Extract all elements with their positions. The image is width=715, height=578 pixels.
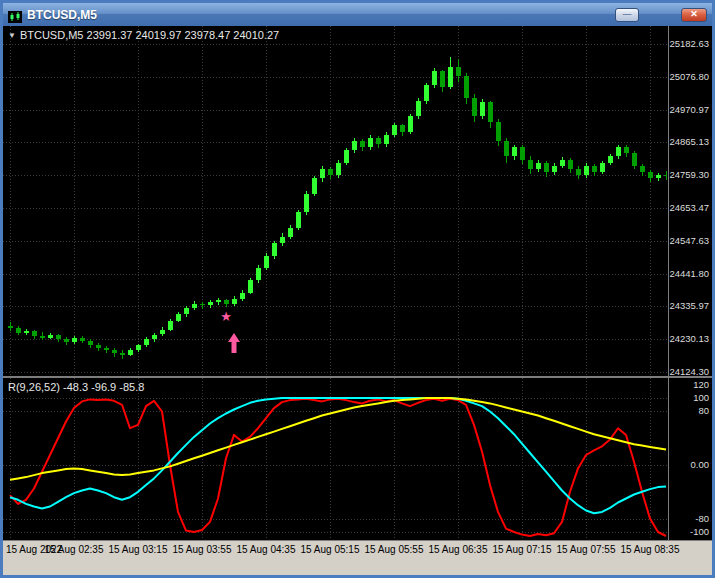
close-button[interactable]: ✕ bbox=[681, 8, 707, 22]
price-label: 24653.47 bbox=[669, 202, 709, 213]
time-label: 15 Aug 08:35 bbox=[610, 544, 690, 555]
ohlc-info-text: BTCUSD,M5 23991.37 24019.97 23978.47 240… bbox=[20, 29, 279, 41]
price-label: 24865.13 bbox=[669, 136, 709, 147]
indicator-value-label: -100 bbox=[690, 526, 709, 537]
indicator-value-label: 120 bbox=[693, 379, 709, 390]
price-scale[interactable]: 25182.6325076.8024970.9724865.1324759.30… bbox=[668, 26, 712, 376]
price-label: 25076.80 bbox=[669, 71, 709, 82]
indicator-line-r9 bbox=[10, 399, 666, 536]
window-title: BTCUSD,M5 bbox=[27, 8, 97, 22]
candlestick-svg: ★ bbox=[3, 26, 667, 376]
indicator-svg bbox=[3, 378, 667, 540]
main-chart-panel: ★ ▼ BTCUSD,M5 23991.37 24019.97 23978.47… bbox=[3, 26, 712, 376]
price-label: 24547.63 bbox=[669, 235, 709, 246]
indicator-value-label: 100 bbox=[693, 392, 709, 403]
indicator-label: R(9,26,52) -48.3 -96.9 -85.8 bbox=[8, 381, 144, 393]
candlestick-chart[interactable]: ★ ▼ BTCUSD,M5 23991.37 24019.97 23978.47… bbox=[3, 26, 668, 376]
price-label: 24441.80 bbox=[669, 268, 709, 279]
indicator-value-label: 0.00 bbox=[691, 459, 710, 470]
collapse-triangle-icon[interactable]: ▼ bbox=[8, 31, 16, 40]
chart-window-icon bbox=[8, 9, 22, 21]
indicator-scale[interactable]: 120100800.00-80-100 bbox=[668, 378, 712, 540]
indicator-line-r52 bbox=[10, 398, 666, 480]
chart-content: ★ ▼ BTCUSD,M5 23991.37 24019.97 23978.47… bbox=[3, 26, 712, 575]
title-bar[interactable]: BTCUSD,M5 — ✕ bbox=[3, 3, 712, 26]
chart-window: BTCUSD,M5 — ✕ ★ ▼ BTCUSD,M5 23991.37 240… bbox=[0, 0, 715, 578]
indicator-chart[interactable]: R(9,26,52) -48.3 -96.9 -85.8 bbox=[3, 378, 668, 540]
buy-signal-star: ★ bbox=[220, 309, 232, 324]
indicator-value-label: 80 bbox=[698, 405, 709, 416]
price-label: 24335.97 bbox=[669, 300, 709, 311]
price-label: 25182.63 bbox=[669, 38, 709, 49]
buy-signal-arrow bbox=[228, 333, 240, 353]
price-label: 24124.30 bbox=[669, 366, 709, 377]
ohlc-info: ▼ BTCUSD,M5 23991.37 24019.97 23978.47 2… bbox=[8, 29, 279, 41]
price-label: 24230.13 bbox=[669, 333, 709, 344]
minimize-button[interactable]: — bbox=[615, 8, 639, 22]
indicator-value-label: -80 bbox=[695, 513, 709, 524]
price-label: 24970.97 bbox=[669, 104, 709, 115]
time-scale[interactable]: 15 Aug 202215 Aug 02:3515 Aug 03:1515 Au… bbox=[3, 541, 712, 575]
price-label: 24759.30 bbox=[669, 169, 709, 180]
indicator-line-r26 bbox=[10, 398, 666, 513]
indicator-panel: R(9,26,52) -48.3 -96.9 -85.8 120100800.0… bbox=[3, 378, 712, 540]
window-controls: — ✕ bbox=[615, 8, 707, 22]
